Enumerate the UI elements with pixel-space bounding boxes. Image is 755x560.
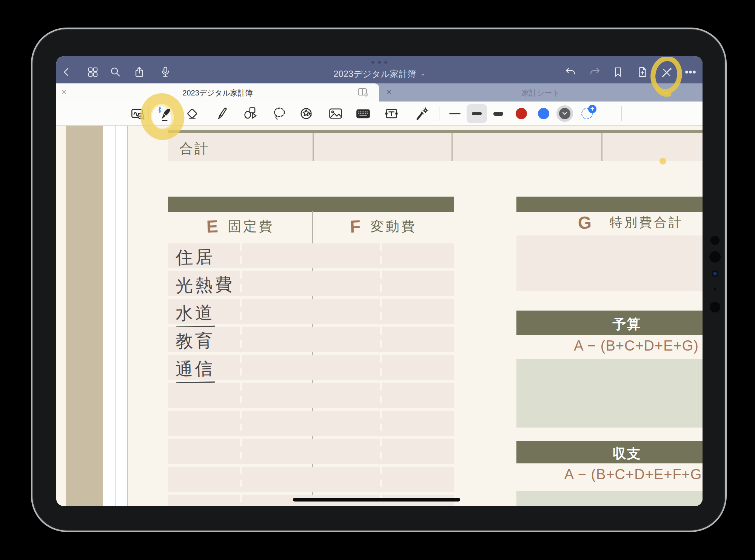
table-header-bar [168, 197, 454, 212]
microphone-icon [160, 66, 171, 78]
undo-button[interactable] [564, 65, 577, 79]
lasso-tool[interactable] [271, 105, 288, 122]
table-row: 住居 [168, 243, 454, 268]
navigation-bar: 2023デジタル家計簿 ⌄ [56, 56, 703, 83]
redo-button[interactable] [588, 65, 602, 79]
color-blue[interactable] [538, 108, 549, 119]
budget-cell [516, 359, 703, 428]
highlighter-tool[interactable] [214, 105, 230, 122]
page-stack-edge [103, 126, 128, 506]
yellow-highlight-dot [659, 158, 666, 165]
special-costs-title: 特別費合計 [610, 214, 683, 231]
notebook-page[interactable]: 合計 E 固定費 F 変動費 住居 光熱費 [56, 126, 703, 506]
table-row: 通信 [168, 355, 454, 380]
add-page-icon [637, 66, 648, 78]
redo-icon [589, 66, 601, 78]
microphone-hole [714, 288, 716, 291]
balance-cell [516, 491, 703, 506]
image-tool[interactable] [327, 105, 344, 122]
add-color-button[interactable]: + [581, 108, 593, 119]
camera-sensor-dot [710, 236, 720, 245]
keyboard-tool[interactable] [355, 105, 371, 122]
back-button[interactable] [60, 65, 73, 79]
balance-formula: A − (B+C+D+E+F+G) [516, 466, 703, 483]
split-page-icon[interactable] [357, 87, 368, 99]
color-red[interactable] [516, 108, 527, 119]
total-row-top-border [168, 130, 703, 133]
section-letter-f: F [350, 216, 361, 237]
fixed-costs-header: E 固定費 [168, 211, 313, 242]
share-button[interactable] [133, 65, 146, 79]
color-custom[interactable] [556, 105, 573, 122]
chevron-down-icon: ⌄ [420, 70, 425, 77]
budget-title: 予算 [534, 315, 703, 334]
table-row [168, 467, 454, 492]
yellow-highlight-pen-mode [647, 57, 687, 103]
notebook-canvas[interactable]: 2023デジタル家計簿 ⌄ [56, 56, 703, 506]
budget-formula: A − (B+C+D+E+G) [516, 338, 699, 354]
thickness-thick[interactable] [490, 105, 507, 122]
ipad-device-frame: 2023デジタル家計簿 ⌄ [31, 28, 727, 532]
text-tool[interactable] [383, 105, 400, 122]
laser-pointer-tool[interactable] [413, 105, 430, 122]
home-indicator[interactable] [293, 498, 460, 502]
toolbar-divider [621, 106, 622, 121]
stickers-tool[interactable] [298, 105, 314, 122]
camera-sensor-dot2 [710, 302, 720, 312]
toolbar-divider [439, 106, 439, 121]
camera-lens [709, 251, 721, 263]
table-row [168, 383, 454, 408]
budget-bar: 予算 [516, 311, 703, 335]
section-letter-e: E [206, 216, 219, 237]
table-row [168, 439, 454, 464]
shapes-tool[interactable] [242, 105, 259, 122]
balance-bar: 収支 [516, 441, 703, 463]
chevron-left-icon [61, 66, 72, 78]
undo-icon [564, 66, 576, 78]
chevron-down-icon [562, 112, 567, 115]
special-header-bar [516, 197, 703, 212]
fixed-costs-title: 固定費 [228, 217, 274, 236]
variable-costs-header: F 変動費 [313, 211, 454, 242]
microphone-button[interactable] [159, 65, 172, 79]
balance-title: 収支 [534, 445, 703, 463]
table-row: 水道 [168, 299, 454, 324]
camera-lens-blue [712, 270, 718, 277]
bluetooth-icon [159, 107, 161, 112]
grid-icon [87, 66, 99, 78]
special-costs-cell [516, 235, 703, 291]
search-button[interactable] [109, 65, 122, 79]
multitask-indicator-dots[interactable] [56, 61, 703, 64]
share-icon [134, 66, 145, 78]
thickness-thin[interactable] [447, 105, 463, 122]
search-icon [110, 66, 121, 78]
table-row: 教育 [168, 327, 454, 352]
section-letter-g: G [578, 212, 592, 233]
tab-current-document[interactable]: × 2023デジタル家計簿 [56, 83, 379, 102]
plus-icon: + [588, 105, 596, 113]
thickness-medium-selected[interactable] [467, 104, 487, 123]
table-row: 光熱費 [168, 271, 454, 296]
page-binding-strip [66, 126, 103, 506]
variable-costs-title: 変動費 [370, 217, 417, 236]
bookmark-button[interactable] [611, 65, 625, 79]
document-title[interactable]: 2023デジタル家計簿 [333, 68, 416, 80]
bookmark-icon [612, 66, 624, 78]
special-costs-header: G 特別費合計 [538, 211, 703, 234]
tab-label: 2023デジタル家計簿 [56, 88, 379, 98]
thumbnails-button[interactable] [86, 65, 100, 79]
pen-tool[interactable] [157, 105, 174, 122]
table-row [168, 411, 454, 436]
total-row: 合計 [168, 133, 703, 161]
